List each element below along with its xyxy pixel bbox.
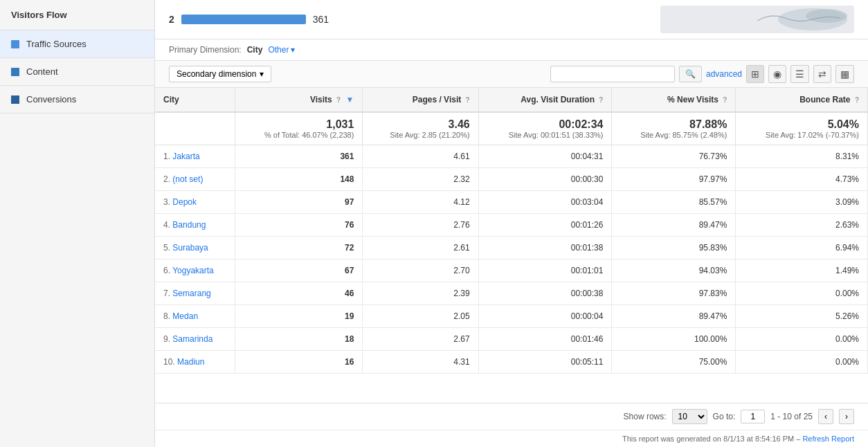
other-dropdown[interactable]: Other ▾ <box>268 45 295 55</box>
page-range: 1 - 10 of 25 <box>770 412 813 421</box>
secondary-dimension-button[interactable]: Secondary dimension ▾ <box>169 66 271 82</box>
bar-view-button[interactable]: ▦ <box>835 65 854 83</box>
cell-duration-3: 00:01:26 <box>478 214 612 237</box>
col-bounce-label: Bounce Rate <box>799 95 850 104</box>
cell-visits-1: 148 <box>235 168 363 191</box>
svg-point-2 <box>806 9 847 23</box>
summary-row: 1,031 % of Total: 46.07% (2,238) 3.46 Si… <box>155 112 868 145</box>
table-row: 3. Depok 97 4.12 00:03:04 85.57% 3.09% <box>155 191 868 214</box>
col-avg-visit-duration[interactable]: Avg. Visit Duration ? <box>478 88 612 112</box>
summary-bounce-cell: 5.04% Site Avg: 17.02% (-70.37%) <box>736 112 868 145</box>
city-link[interactable]: Bandung <box>172 220 206 230</box>
search-button[interactable]: 🔍 <box>679 66 702 82</box>
rank-number: 8. <box>163 311 170 321</box>
secondary-dimension-label: Secondary dimension <box>177 69 256 79</box>
summary-visits-sub: % of Total: 46.07% (2,238) <box>244 131 354 139</box>
cell-pct-new-5: 94.03% <box>612 259 736 282</box>
rank-number: 7. <box>163 289 170 298</box>
prev-page-button[interactable]: ‹ <box>818 409 833 424</box>
cell-duration-9: 00:05:11 <box>478 351 612 374</box>
primary-dimension-city: City <box>247 45 263 55</box>
report-generated-text: This report was generated on 8/1/13 at 8… <box>622 435 800 443</box>
city-link[interactable]: Medan <box>172 311 198 321</box>
city-link[interactable]: Semarang <box>172 289 210 298</box>
cell-visits-3: 76 <box>235 214 363 237</box>
city-link[interactable]: Madiun <box>177 357 204 367</box>
rank-number: 9. <box>163 334 170 344</box>
cell-duration-2: 00:03:04 <box>478 191 612 214</box>
pagination-bar: Show rows: 10 25 50 100 Go to: 1 - 10 of… <box>155 403 868 430</box>
col-pct-new-label: % New Visits <box>667 95 718 104</box>
data-table-container: City Visits ? ▼ Pages / Visit ? Avg. Vis… <box>155 88 868 403</box>
city-link[interactable]: Samarinda <box>172 334 213 344</box>
col-city[interactable]: City <box>155 88 235 112</box>
rows-per-page-select[interactable]: 10 25 50 100 <box>672 409 707 424</box>
cell-rank-city-4: 5. Surabaya <box>155 237 235 259</box>
rank-number: 2. <box>163 174 170 184</box>
summary-pct-new-main: 87.88% <box>620 118 727 131</box>
conversions-label: Conversions <box>26 94 76 104</box>
col-city-label: City <box>163 95 179 104</box>
advanced-link[interactable]: advanced <box>706 69 742 79</box>
cell-pct-new-9: 75.00% <box>612 351 736 374</box>
cell-bounce-4: 6.94% <box>736 237 868 259</box>
cell-duration-6: 00:00:38 <box>478 282 612 305</box>
city-link[interactable]: (not set) <box>172 174 203 184</box>
col-pct-new-visits[interactable]: % New Visits ? <box>612 88 736 112</box>
table-row: 10. Madiun 16 4.31 00:05:11 75.00% 0.00% <box>155 351 868 374</box>
top-bar: 2 361 <box>155 0 868 39</box>
visitors-flow-label: Visitors Flow <box>11 10 67 20</box>
rank-number: 4. <box>163 220 170 230</box>
view-controls: 🔍 advanced ⊞ ◉ ☰ ⇄ ▦ <box>550 65 854 83</box>
city-link[interactable]: Depok <box>172 197 197 207</box>
cell-bounce-6: 0.00% <box>736 282 868 305</box>
col-visits[interactable]: Visits ? ▼ <box>235 88 363 112</box>
sidebar-item-visitors-flow[interactable]: Visitors Flow <box>0 0 154 30</box>
cell-pct-new-3: 89.47% <box>612 214 736 237</box>
cell-pct-new-0: 76.73% <box>612 145 736 168</box>
primary-dimension-bar: Primary Dimension: City Other ▾ <box>155 39 868 61</box>
pie-view-button[interactable]: ◉ <box>768 65 786 83</box>
search-input[interactable] <box>550 66 675 82</box>
grid-view-button[interactable]: ⊞ <box>746 65 764 83</box>
table-row: 4. Bandung 76 2.76 00:01:26 89.47% 2.63% <box>155 214 868 237</box>
topbar-progress-bar <box>181 15 306 24</box>
table-row: 9. Samarinda 18 2.67 00:01:46 100.00% 0.… <box>155 328 868 351</box>
secondary-bar: Secondary dimension ▾ 🔍 advanced ⊞ ◉ ☰ ⇄… <box>155 61 868 88</box>
cell-visits-0: 361 <box>235 145 363 168</box>
goto-input[interactable] <box>741 410 765 423</box>
cell-pages-3: 2.76 <box>363 214 478 237</box>
next-page-button[interactable]: › <box>839 409 854 424</box>
cell-rank-city-8: 9. Samarinda <box>155 328 235 351</box>
cell-visits-5: 67 <box>235 259 363 282</box>
cell-bounce-5: 1.49% <box>736 259 868 282</box>
cell-pages-5: 2.70 <box>363 259 478 282</box>
cell-rank-city-7: 8. Medan <box>155 305 235 328</box>
cell-rank-city-9: 10. Madiun <box>155 351 235 374</box>
cell-duration-0: 00:04:31 <box>478 145 612 168</box>
cell-visits-6: 46 <box>235 282 363 305</box>
map-thumbnail <box>660 6 854 33</box>
content-icon <box>11 68 19 76</box>
refresh-report-link[interactable]: Refresh Report <box>802 435 854 443</box>
show-rows-label: Show rows: <box>624 412 667 421</box>
city-link[interactable]: Jakarta <box>172 152 199 161</box>
table-header-row: City Visits ? ▼ Pages / Visit ? Avg. Vis… <box>155 88 868 112</box>
summary-duration-sub: Site Avg: 00:01:51 (38.33%) <box>487 131 604 139</box>
sidebar-item-conversions[interactable]: Conversions <box>0 86 154 113</box>
col-pages-visit[interactable]: Pages / Visit ? <box>363 88 478 112</box>
city-link[interactable]: Surabaya <box>172 243 208 253</box>
pivot-view-button[interactable]: ⇄ <box>813 65 831 83</box>
table-row: 7. Semarang 46 2.39 00:00:38 97.83% 0.00… <box>155 282 868 305</box>
sidebar-item-content[interactable]: Content <box>0 58 154 86</box>
sidebar-item-traffic-sources[interactable]: Traffic Sources <box>0 30 154 58</box>
city-link[interactable]: Yogyakarta <box>172 266 214 275</box>
rank-number: 10. <box>163 357 175 367</box>
summary-duration-cell: 00:02:34 Site Avg: 00:01:51 (38.33%) <box>478 112 612 145</box>
table-body: 1,031 % of Total: 46.07% (2,238) 3.46 Si… <box>155 112 868 374</box>
cell-pct-new-4: 95.83% <box>612 237 736 259</box>
topbar-count: 361 <box>313 14 329 25</box>
list-view-button[interactable]: ☰ <box>790 65 809 83</box>
cell-visits-4: 72 <box>235 237 363 259</box>
col-bounce-rate[interactable]: Bounce Rate ? <box>736 88 868 112</box>
